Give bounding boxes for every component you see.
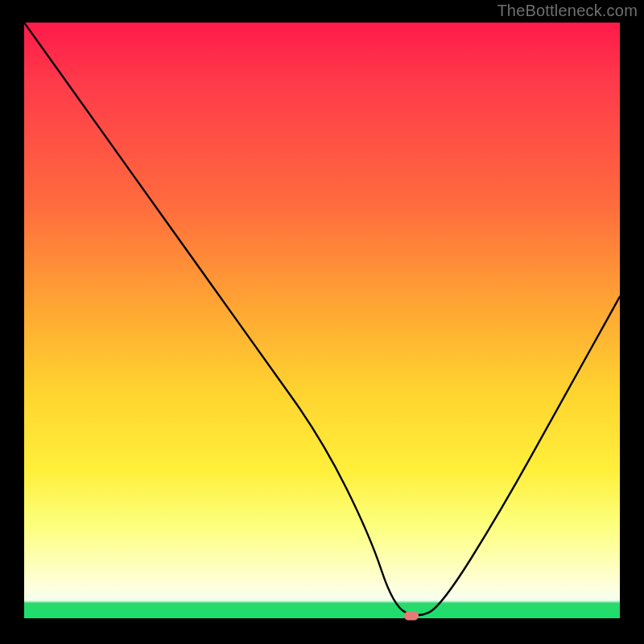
- curve-path: [24, 23, 620, 615]
- optimal-marker: [404, 612, 419, 621]
- bottleneck-curve: [24, 23, 620, 618]
- watermark-label: TheBottleneck.com: [497, 2, 638, 20]
- chart-frame: TheBottleneck.com: [0, 0, 644, 644]
- plot-area: [24, 23, 620, 618]
